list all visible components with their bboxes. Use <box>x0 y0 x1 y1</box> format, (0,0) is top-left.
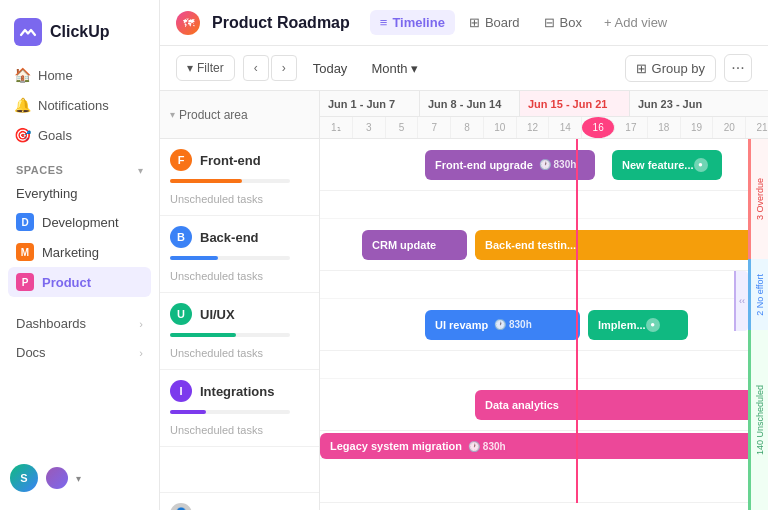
implement-dot: ● <box>646 318 660 332</box>
nav-notifications[interactable]: 🔔 Notifications <box>6 90 153 120</box>
day-5: 8 <box>451 117 484 138</box>
dashboards-chevron-icon: › <box>139 318 143 330</box>
day-6: 10 <box>484 117 517 138</box>
bar-implement[interactable]: Implem... ● <box>588 310 688 340</box>
clickup-logo-icon <box>14 18 42 46</box>
side-label-unscheduled: 140 Unscheduled <box>748 330 768 510</box>
docs-label: Docs <box>16 345 46 360</box>
gantt-section-header: ▾ Product area <box>160 91 319 139</box>
nav-goals-label: Goals <box>38 128 72 143</box>
gantt-row-unassigned: 👤 Unassigned <box>160 493 319 510</box>
backend-badge: B <box>170 226 192 248</box>
day-1: 1₁ <box>320 117 353 138</box>
day-3: 5 <box>386 117 419 138</box>
collapse-icon[interactable]: ▾ <box>170 109 175 120</box>
filter-icon: ▾ <box>187 61 193 75</box>
nav-dashboards[interactable]: Dashboards › <box>8 309 151 338</box>
integrations-badge: I <box>170 380 192 402</box>
nav-goals[interactable]: 🎯 Goals <box>6 120 153 150</box>
development-badge: D <box>16 213 34 231</box>
logo-text: ClickUp <box>50 23 110 41</box>
backend-unscheduled-row <box>320 271 768 299</box>
gantt-row-uiux: U UI/UX Unscheduled tasks <box>160 293 319 370</box>
sidebar-item-development[interactable]: D Development <box>8 207 151 237</box>
avatar-secondary <box>46 467 68 489</box>
tab-board-label: Board <box>485 15 520 30</box>
uiux-unscheduled: Unscheduled tasks <box>160 343 319 369</box>
avatar-chevron-icon[interactable]: ▾ <box>76 473 81 484</box>
backend-unscheduled: Unscheduled tasks <box>160 266 319 292</box>
bar-label: Back-end testin... <box>485 239 576 251</box>
development-label: Development <box>42 215 119 230</box>
day-2: 3 <box>353 117 386 138</box>
unscheduled-text: 140 Unscheduled <box>755 385 765 455</box>
gantt-row-header-unassigned: 👤 Unassigned <box>160 493 319 510</box>
sidebar-item-everything[interactable]: Everything <box>8 180 151 207</box>
spaces-section: Spaces ▾ Everything D Development M Mark… <box>0 150 159 301</box>
bar-label: Front-end upgrade <box>435 159 533 171</box>
day-13: 20 <box>713 117 746 138</box>
more-options-button[interactable]: ··· <box>724 54 752 82</box>
marketing-label: Marketing <box>42 245 99 260</box>
docs-chevron-icon: › <box>139 347 143 359</box>
timeline-days-header: 1₁ 3 5 7 8 10 12 14 16 17 18 19 20 21 22… <box>320 117 768 139</box>
add-view-button[interactable]: + Add view <box>596 10 675 35</box>
today-button[interactable]: Today <box>305 57 356 80</box>
bar-label: Implem... <box>598 319 646 331</box>
bar-frontend-upgrade[interactable]: Front-end upgrade 🕐 830h <box>425 150 595 180</box>
next-button[interactable]: › <box>271 55 297 81</box>
overdue-text: 3 Overdue <box>755 178 765 220</box>
uiux-badge: U <box>170 303 192 325</box>
nav-notifications-label: Notifications <box>38 98 109 113</box>
integrations-progress <box>160 406 319 420</box>
integrations-name: Integrations <box>200 384 274 399</box>
bar-crm-update[interactable]: CRM update <box>362 230 467 260</box>
bar-label: Data analytics <box>485 399 559 411</box>
prev-button[interactable]: ‹ <box>243 55 269 81</box>
month-jun8: Jun 8 - Jun 14 <box>420 91 520 116</box>
gantt-right-panel: Jun 1 - Jun 7 Jun 8 - Jun 14 Jun 15 - Ju… <box>320 91 768 510</box>
filter-button[interactable]: ▾ Filter <box>176 55 235 81</box>
bar-new-feature[interactable]: New feature... ● <box>612 150 722 180</box>
frontend-name: Front-end <box>200 153 261 168</box>
tab-board[interactable]: ⊞ Board <box>459 10 530 35</box>
month-jun1: Jun 1 - Jun 7 <box>320 91 420 116</box>
frontend-progress <box>160 175 319 189</box>
sidebar-item-marketing[interactable]: M Marketing <box>8 237 151 267</box>
bell-icon: 🔔 <box>14 97 30 113</box>
frontend-unscheduled: Unscheduled tasks <box>160 189 319 215</box>
tab-timeline[interactable]: ≡ Timeline <box>370 10 455 35</box>
dashboards-label: Dashboards <box>16 316 86 331</box>
spaces-header[interactable]: Spaces ▾ <box>8 160 151 180</box>
everything-label: Everything <box>16 186 77 201</box>
integrations-unscheduled-row: Legacy system migration 🕐 830h <box>320 431 768 459</box>
spaces-title: Spaces <box>16 164 63 176</box>
uiux-name: UI/UX <box>200 307 235 322</box>
side-label-no-effort: 2 No effort <box>748 259 768 331</box>
bar-ui-revamp[interactable]: UI revamp 🕐 830h <box>425 310 580 340</box>
sidebar-item-product[interactable]: P Product <box>8 267 151 297</box>
timeline-months-header: Jun 1 - Jun 7 Jun 8 - Jun 14 Jun 15 - Ju… <box>320 91 768 117</box>
day-8: 14 <box>549 117 582 138</box>
gantt-row-header-integrations: I Integrations <box>160 370 319 406</box>
bar-data-analytics[interactable]: Data analytics <box>475 390 768 420</box>
tab-box[interactable]: ⊟ Box <box>534 10 592 35</box>
bar-legacy-migration[interactable]: Legacy system migration 🕐 830h <box>320 433 768 459</box>
chevron-icon: ▾ <box>138 165 143 176</box>
timeline-grid: Jun 1 - Jun 7 Jun 8 - Jun 14 Jun 15 - Ju… <box>320 91 768 503</box>
product-badge: P <box>16 273 34 291</box>
nav-home[interactable]: 🏠 Home <box>6 60 153 90</box>
timeline-nav: ‹ › <box>243 55 297 81</box>
page-header: 🗺 Product Roadmap ≡ Timeline ⊞ Board ⊟ B… <box>160 0 768 46</box>
timeline-row-backend: CRM update Back-end testin... <box>320 219 768 271</box>
collapse-button[interactable]: ‹‹ <box>734 271 748 331</box>
day-14: 21 <box>746 117 768 138</box>
section-title: Product area <box>179 108 248 122</box>
logo-area: ClickUp <box>0 10 159 60</box>
month-dropdown[interactable]: Month ▾ <box>363 57 425 80</box>
side-labels: 3 Overdue 2 No effort 140 Unscheduled <box>748 139 768 510</box>
bar-label: UI revamp <box>435 319 488 331</box>
nav-docs[interactable]: Docs › <box>8 338 151 367</box>
group-by-button[interactable]: ⊞ Group by <box>625 55 716 82</box>
bar-backend-testing[interactable]: Back-end testin... <box>475 230 765 260</box>
